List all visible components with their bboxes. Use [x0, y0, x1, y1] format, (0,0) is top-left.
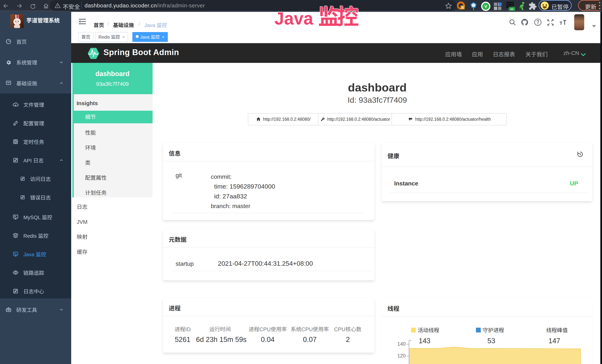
svg-text:V: V	[484, 4, 487, 9]
svg-text:on: on	[510, 8, 513, 11]
svg-text:1: 1	[462, 6, 463, 9]
